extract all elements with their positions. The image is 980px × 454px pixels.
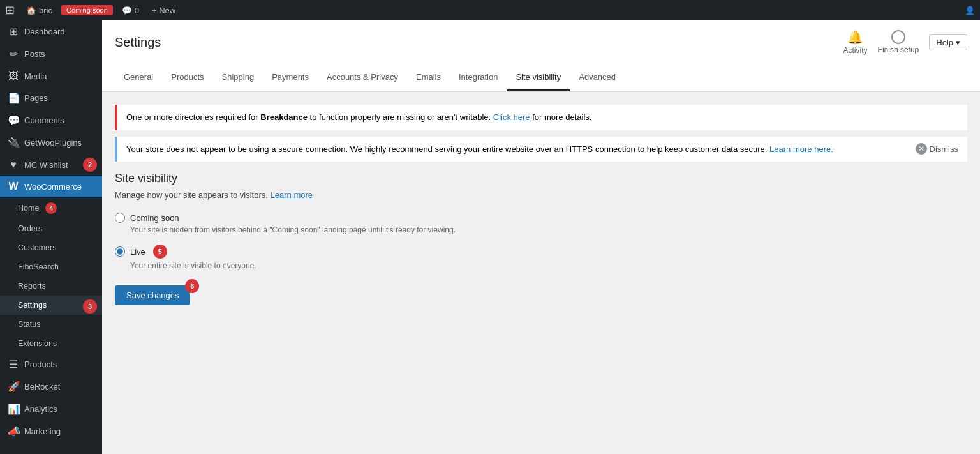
wp-logo-icon[interactable]: ⊞ bbox=[5, 3, 15, 17]
tutorial-badge-2: 2 bbox=[83, 158, 97, 172]
home-icon: 🏠 bbox=[26, 6, 36, 15]
sidebar: ⊞ Dashboard ✏ Posts 🖼 Media 📄 Pages 💬 Co… bbox=[0, 20, 102, 454]
sidebar-item-reports[interactable]: Reports bbox=[0, 276, 102, 296]
admin-avatar: 👤 bbox=[965, 6, 975, 15]
products-icon: ☰ bbox=[8, 358, 19, 370]
tutorial-badge-5: 5 bbox=[153, 245, 167, 259]
live-option: Live 5 Your entire site is visible to ev… bbox=[115, 245, 967, 270]
save-changes-button[interactable]: Save changes bbox=[115, 285, 190, 305]
coming-soon-option: Coming soon Your site is hidden from vis… bbox=[115, 213, 967, 234]
tutorial-badge-6: 6 bbox=[185, 279, 199, 293]
analytics-icon: 📊 bbox=[8, 403, 19, 415]
settings-content: One or more directories required for Bre… bbox=[102, 92, 980, 454]
sidebar-item-comments[interactable]: 💬 Comments bbox=[0, 109, 102, 132]
dismiss-button[interactable]: ✕ Dismiss bbox=[916, 143, 959, 156]
pages-icon: 📄 bbox=[8, 92, 19, 104]
berocket-icon: 🚀 bbox=[8, 381, 19, 393]
sidebar-item-analytics[interactable]: 📊 Analytics bbox=[0, 398, 102, 420]
activity-icon: 🔔 bbox=[847, 29, 863, 45]
save-button-wrapper: Save changes 6 bbox=[115, 285, 190, 305]
tab-payments[interactable]: Payments bbox=[263, 64, 318, 91]
posts-icon: ✏ bbox=[8, 48, 19, 60]
comments-icon: 💬 bbox=[122, 6, 132, 15]
layout: ⊞ Dashboard ✏ Posts 🖼 Media 📄 Pages 💬 Co… bbox=[0, 20, 980, 454]
sidebar-item-marketing[interactable]: 📣 Marketing bbox=[0, 420, 102, 443]
tab-general[interactable]: General bbox=[115, 64, 162, 91]
sidebar-item-berocket[interactable]: 🚀 BeRocket bbox=[0, 375, 102, 398]
woocommerce-icon: W bbox=[8, 181, 19, 192]
tutorial-badge-3: 3 bbox=[83, 299, 97, 314]
tab-integration[interactable]: Integration bbox=[450, 64, 507, 91]
tab-advanced[interactable]: Advanced bbox=[570, 64, 625, 91]
learn-more-link[interactable]: Learn more bbox=[271, 190, 313, 200]
getwoo-icon: 🔌 bbox=[8, 137, 19, 149]
sidebar-item-home[interactable]: Home 4 bbox=[0, 197, 102, 219]
coming-soon-badge: Coming soon bbox=[61, 5, 113, 15]
sidebar-item-mcwishlist[interactable]: ♥ MC Wishlist 2 bbox=[0, 154, 102, 176]
chevron-down-icon: ▾ bbox=[956, 38, 960, 47]
marketing-icon: 📣 bbox=[8, 425, 19, 437]
live-radio[interactable] bbox=[115, 246, 125, 257]
tabs-bar: General Products Shipping Payments Accou… bbox=[102, 64, 980, 92]
settings-header: Settings 🔔 Activity Finish setup Help ▾ bbox=[102, 20, 980, 64]
sidebar-item-woocommerce[interactable]: W WooCommerce bbox=[0, 176, 102, 197]
visibility-radio-group: Coming soon Your site is hidden from vis… bbox=[115, 213, 967, 270]
sidebar-item-getwoo[interactable]: 🔌 GetWooPlugins bbox=[0, 132, 102, 154]
activity-button[interactable]: 🔔 Activity bbox=[843, 29, 868, 55]
sidebar-item-customers[interactable]: Customers bbox=[0, 238, 102, 257]
tab-accounts-privacy[interactable]: Accounts & Privacy bbox=[318, 64, 407, 91]
admin-bar-right: 👤 bbox=[965, 6, 975, 15]
live-desc: Your entire site is visible to everyone. bbox=[115, 261, 967, 270]
sidebar-item-fibosearch[interactable]: FiboSearch bbox=[0, 257, 102, 276]
info-alert: Your store does not appear to be using a… bbox=[115, 137, 967, 162]
dismiss-icon: ✕ bbox=[916, 143, 927, 155]
tab-emails[interactable]: Emails bbox=[407, 64, 450, 91]
site-visibility-section: Site visibility Manage how your site app… bbox=[115, 172, 967, 305]
comments-link[interactable]: 💬 0 bbox=[118, 0, 143, 20]
wishlist-icon: ♥ bbox=[8, 159, 19, 170]
home-badge: 4 bbox=[45, 202, 57, 214]
section-title: Site visibility bbox=[115, 172, 967, 185]
media-icon: 🖼 bbox=[8, 70, 19, 82]
site-name-link[interactable]: 🏠 bric bbox=[22, 0, 56, 20]
tab-site-visibility[interactable]: Site visibility bbox=[507, 64, 570, 91]
tab-shipping[interactable]: Shipping bbox=[213, 64, 264, 91]
sidebar-item-settings[interactable]: Settings 3 bbox=[0, 296, 102, 315]
new-content-link[interactable]: + New bbox=[148, 0, 179, 20]
tab-products[interactable]: Products bbox=[162, 64, 212, 91]
sidebar-item-media[interactable]: 🖼 Media bbox=[0, 65, 102, 87]
comments-nav-icon: 💬 bbox=[8, 114, 19, 126]
coming-soon-desc: Your site is hidden from visitors behind… bbox=[115, 225, 967, 234]
finish-setup-button[interactable]: Finish setup bbox=[878, 30, 919, 54]
live-label[interactable]: Live 5 bbox=[115, 245, 967, 259]
section-description: Manage how your site appears to visitors… bbox=[115, 190, 967, 200]
sidebar-item-status[interactable]: Status bbox=[0, 315, 102, 334]
sidebar-item-orders[interactable]: Orders bbox=[0, 219, 102, 238]
settings-title: Settings bbox=[115, 35, 161, 50]
sidebar-item-dashboard[interactable]: ⊞ Dashboard bbox=[0, 20, 102, 43]
info-alert-text: Your store does not appear to be using a… bbox=[126, 143, 833, 156]
coming-soon-radio[interactable] bbox=[115, 213, 125, 223]
main-content: Settings 🔔 Activity Finish setup Help ▾ … bbox=[102, 20, 980, 454]
sidebar-item-extensions[interactable]: Extensions bbox=[0, 334, 102, 353]
help-button[interactable]: Help ▾ bbox=[929, 34, 967, 50]
error-alert-link[interactable]: Click here bbox=[493, 112, 530, 122]
admin-bar: ⊞ 🏠 bric Coming soon 💬 0 + New 👤 bbox=[0, 0, 980, 20]
header-actions: 🔔 Activity Finish setup Help ▾ bbox=[843, 29, 967, 55]
learn-more-link[interactable]: Learn more here. bbox=[769, 144, 833, 154]
circle-icon bbox=[891, 30, 905, 44]
sidebar-item-products[interactable]: ☰ Products bbox=[0, 353, 102, 375]
error-alert: One or more directories required for Bre… bbox=[115, 105, 967, 130]
sidebar-item-pages[interactable]: 📄 Pages bbox=[0, 87, 102, 109]
dashboard-icon: ⊞ bbox=[8, 26, 19, 38]
coming-soon-label[interactable]: Coming soon bbox=[115, 213, 967, 223]
sidebar-item-posts[interactable]: ✏ Posts bbox=[0, 43, 102, 65]
